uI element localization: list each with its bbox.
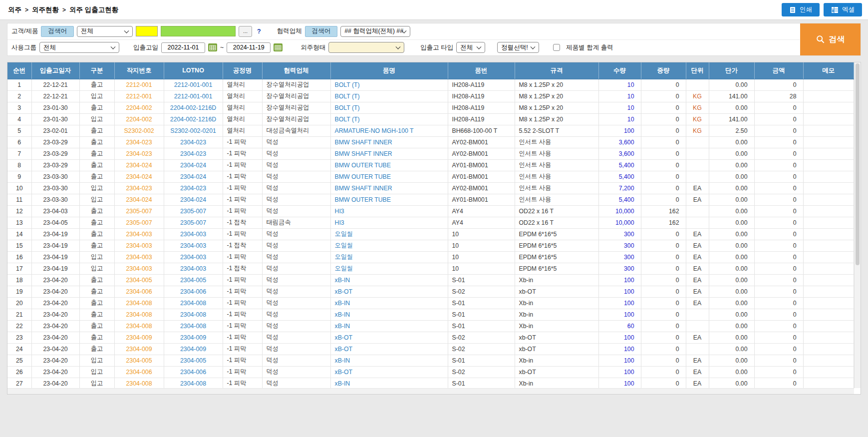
cell-item-name[interactable]: BOLT (T) — [330, 113, 448, 125]
lookup-more-button[interactable]: ... — [239, 26, 252, 37]
cell-item-name[interactable]: xB-OT — [330, 332, 448, 343]
cell-lotno[interactable]: 2304-009 — [164, 332, 223, 343]
cell-work-order[interactable]: 2204-002 — [114, 102, 164, 113]
cell-work-order[interactable]: 2304-008 — [114, 297, 164, 309]
table-row[interactable]: 1723-04-19입고2304-0032304-003-1 접착덕성오일씰10… — [7, 263, 854, 274]
column-header-partner[interactable]: 협력업체 — [262, 62, 330, 79]
table-row[interactable]: 2323-04-20출고2304-0092304-009-1 피막덕성xB-OT… — [7, 332, 854, 343]
cell-work-order[interactable]: 2304-009 — [114, 343, 164, 355]
cell-work-order[interactable]: 2304-005 — [114, 274, 164, 286]
cell-work-order[interactable]: 2304-023 — [114, 182, 164, 194]
cell-lotno[interactable]: S2302-002-0201 — [164, 125, 223, 136]
cell-lotno[interactable]: 2304-023 — [164, 148, 223, 159]
cell-work-order[interactable]: 2304-008 — [114, 320, 164, 332]
sort-select[interactable]: 정렬선택! — [497, 42, 539, 53]
table-row[interactable]: 1623-04-19입고2304-0032304-003-1 피막덕성오일씰10… — [7, 251, 854, 263]
column-header-seq[interactable]: 순번 — [7, 62, 31, 79]
excel-button[interactable]: 엑셀 — [824, 3, 862, 16]
column-header-work-order[interactable]: 작지번호 — [114, 62, 164, 79]
column-header-unit[interactable]: 단위 — [686, 62, 709, 79]
column-header-memo[interactable]: 메모 — [803, 62, 854, 79]
table-row[interactable]: 2623-04-20입고2304-0062304-006-1 피막덕성xB-OT… — [7, 366, 854, 378]
cell-item-name[interactable]: BMW SHAFT INNER — [330, 136, 448, 148]
table-row[interactable]: 623-03-29출고2304-0232304-023-1 피막덕성BMW SH… — [7, 136, 854, 148]
table-row[interactable]: 423-01-30입고2204-0022204-002-1216D열처리장수열처… — [7, 113, 854, 125]
table-row[interactable]: 122-12-21출고2212-0012212-001-001열처리장수열처리공… — [7, 79, 854, 90]
cell-item-name[interactable]: xB-IN — [330, 320, 448, 332]
cell-work-order[interactable]: 2304-008 — [114, 378, 164, 388]
table-row[interactable]: 1223-04-03출고2305-0072305-007-1 피막덕성HI3AY… — [7, 205, 854, 217]
cell-lotno[interactable]: 2304-008 — [164, 309, 223, 320]
search-button[interactable]: 검색 — [800, 23, 861, 55]
cell-lotno[interactable]: 2304-006 — [164, 286, 223, 297]
cell-work-order[interactable]: 2304-006 — [114, 366, 164, 378]
cell-lotno[interactable]: 2304-003 — [164, 240, 223, 251]
cell-work-order[interactable]: 2305-007 — [114, 205, 164, 217]
table-row[interactable]: 1123-03-30입고2304-0242304-024-1 피막덕성BMW O… — [7, 194, 854, 205]
column-header-process[interactable]: 공정명 — [223, 62, 262, 79]
search-term-button[interactable]: 검색어 — [41, 26, 74, 37]
customer-code-input[interactable] — [136, 26, 158, 36]
cell-work-order[interactable]: 2212-001 — [114, 90, 164, 102]
column-header-unit-price[interactable]: 단가 — [709, 62, 754, 79]
cell-item-name[interactable]: 오일씰 — [330, 228, 448, 240]
horizontal-scrollbar[interactable] — [7, 388, 854, 394]
cell-item-name[interactable]: xB-IN — [330, 274, 448, 286]
cell-item-name[interactable]: xB-IN — [330, 355, 448, 366]
per-product-total-checkbox[interactable] — [553, 44, 560, 51]
table-row[interactable]: 2523-04-20입고2304-0052304-005-1 피막덕성xB-IN… — [7, 355, 854, 366]
table-row[interactable]: 2423-04-20출고2304-0092304-009-1 피막덕성xB-OT… — [7, 343, 854, 355]
cell-lotno[interactable]: 2304-009 — [164, 343, 223, 355]
column-header-type[interactable]: 구분 — [79, 62, 114, 79]
cell-lotno[interactable]: 2204-002-1216D — [164, 102, 223, 113]
cell-lotno[interactable]: 2304-003 — [164, 263, 223, 274]
cell-work-order[interactable]: 2212-001 — [114, 79, 164, 90]
cell-item-name[interactable]: 오일씰 — [330, 263, 448, 274]
cell-lotno[interactable]: 2304-023 — [164, 182, 223, 194]
cell-item-name[interactable]: xB-OT — [330, 286, 448, 297]
print-button[interactable]: 인쇄 — [782, 3, 820, 16]
cell-work-order[interactable]: 2304-005 — [114, 355, 164, 366]
calendar-from-icon[interactable] — [208, 43, 217, 51]
vertical-scrollbar-thumb[interactable] — [856, 63, 860, 265]
cell-lotno[interactable]: 2304-008 — [164, 297, 223, 309]
cell-lotno[interactable]: 2304-006 — [164, 366, 223, 378]
inout-type-select[interactable]: 전체 — [456, 42, 485, 53]
table-row[interactable]: 823-03-29출고2304-0242304-024-1 피막덕성BMW OU… — [7, 159, 854, 171]
cell-item-name[interactable]: 오일씰 — [330, 251, 448, 263]
partner-search-term-button[interactable]: 검색어 — [305, 26, 338, 37]
scope-select[interactable]: 전체 — [77, 26, 133, 37]
cell-lotno[interactable]: 2304-005 — [164, 355, 223, 366]
table-row[interactable]: 1823-04-20출고2304-0052304-005-1 피막덕성xB-IN… — [7, 274, 854, 286]
cell-work-order[interactable]: 2304-023 — [114, 148, 164, 159]
table-row[interactable]: 1523-04-19출고2304-0032304-003-1 접착덕성오일씰10… — [7, 240, 854, 251]
cell-lotno[interactable]: 2304-003 — [164, 251, 223, 263]
table-row[interactable]: 1423-04-19출고2304-0032304-003-1 피막덕성오일씰10… — [7, 228, 854, 240]
cell-item-name[interactable]: BMW SHAFT INNER — [330, 148, 448, 159]
cell-lotno[interactable]: 2204-002-1216D — [164, 113, 223, 125]
cell-item-name[interactable]: BMW OUTER TUBE — [330, 171, 448, 182]
vertical-scrollbar[interactable] — [854, 62, 861, 388]
table-row[interactable]: 1323-04-05출고2305-0072305-007-1 접착태림금속HI3… — [7, 217, 854, 228]
cell-lotno[interactable]: 2304-024 — [164, 159, 223, 171]
cell-item-name[interactable]: xB-OT — [330, 343, 448, 355]
cell-item-name[interactable]: xB-IN — [330, 309, 448, 320]
cell-item-name[interactable]: BOLT (T) — [330, 102, 448, 113]
cell-work-order[interactable]: 2305-007 — [114, 217, 164, 228]
cell-item-name[interactable]: xB-IN — [330, 378, 448, 388]
column-header-qty[interactable]: 수량 — [598, 62, 641, 79]
cell-lotno[interactable]: 2304-005 — [164, 274, 223, 286]
table-row[interactable]: 523-02-01출고S2302-002S2302-002-0201열처리대성금… — [7, 125, 854, 136]
cell-work-order[interactable]: 2304-023 — [114, 136, 164, 148]
cell-item-name[interactable]: BMW OUTER TUBE — [330, 194, 448, 205]
date-to-input[interactable] — [227, 42, 271, 53]
outsourcing-type-select[interactable] — [328, 42, 404, 53]
cell-work-order[interactable]: 2304-003 — [114, 240, 164, 251]
cell-work-order[interactable]: 2304-024 — [114, 159, 164, 171]
date-from-input[interactable] — [161, 42, 205, 53]
cell-work-order[interactable]: S2302-002 — [114, 125, 164, 136]
table-row[interactable]: 723-03-29출고2304-0232304-023-1 피막덕성BMW SH… — [7, 148, 854, 159]
table-row[interactable]: 1023-03-30입고2304-0232304-023-1 피막덕성BMW S… — [7, 182, 854, 194]
cell-lotno[interactable]: 2304-024 — [164, 171, 223, 182]
cell-lotno[interactable]: 2304-003 — [164, 228, 223, 240]
